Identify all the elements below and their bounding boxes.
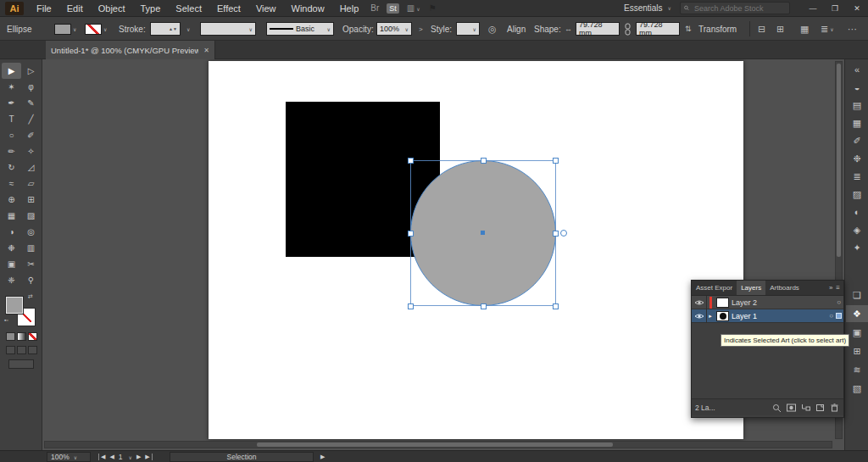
width-tool[interactable]: ≈ [2, 175, 21, 192]
delete-layer-icon[interactable] [829, 403, 840, 413]
scale-tool[interactable]: ◿ [21, 159, 41, 175]
selection-handle-n[interactable] [481, 158, 487, 164]
constrain-proportions-toggle[interactable] [624, 22, 632, 36]
symbol-sprayer-tool[interactable]: ❉ [2, 240, 21, 256]
magic-wand-tool[interactable]: ✶ [2, 79, 21, 95]
tab-layers[interactable]: Layers [737, 281, 765, 295]
previous-artboard-button[interactable]: ◀ [109, 454, 114, 460]
stock-search[interactable] [680, 2, 790, 14]
selection-handle-ne[interactable] [553, 158, 559, 164]
menu-edit[interactable]: Edit [59, 0, 91, 17]
artboard-tool[interactable]: ▣ [2, 256, 21, 272]
pencil-tool[interactable]: ✏ [2, 143, 21, 159]
brushes-icon[interactable]: ✐ [846, 132, 868, 149]
shaper-tool[interactable]: ✧ [21, 143, 41, 159]
selected-art-indicator[interactable] [836, 313, 842, 319]
gradient-tool[interactable]: ▨ [21, 208, 41, 224]
stroke-swatch[interactable] [85, 24, 102, 35]
draw-normal-button[interactable] [6, 346, 15, 354]
fill-color-control[interactable]: ∨ [54, 22, 76, 36]
direct-selection-tool[interactable]: ▷ [21, 63, 41, 79]
shape-width-field[interactable]: 79.728 mm [576, 22, 620, 36]
brush-definition-select[interactable]: Basic ∨ [266, 22, 334, 36]
target-circle-icon[interactable]: ○ [837, 298, 841, 306]
panel-list-icon[interactable]: ≣ [821, 24, 828, 35]
status-menu-arrow-icon[interactable]: ▶ [320, 452, 325, 462]
close-button[interactable]: ✕ [846, 0, 868, 17]
target-circle-icon[interactable]: ○ [829, 312, 833, 320]
draw-behind-button[interactable] [17, 346, 26, 354]
stepper-arrows-icon[interactable]: ▲▼ [169, 27, 177, 31]
selection-tool[interactable]: ▶ [2, 63, 21, 79]
restore-button[interactable]: ❐ [824, 0, 846, 17]
color-guide-icon[interactable]: ▤ [846, 97, 868, 114]
slice-tool[interactable]: ✂ [21, 256, 41, 272]
more-options-icon[interactable]: ⋯ [848, 24, 857, 35]
panel-menu-icon[interactable]: ≡ [836, 284, 840, 292]
swatches-icon[interactable]: ▦ [846, 114, 868, 131]
color-button[interactable] [6, 332, 15, 341]
ellipse-tool[interactable]: ○ [2, 127, 21, 143]
eyedropper-tool[interactable]: ◑ [2, 224, 21, 240]
recolor-artwork-icon[interactable]: ◎ [488, 24, 497, 35]
locate-object-icon[interactable] [771, 403, 782, 413]
minimize-button[interactable]: — [802, 0, 824, 17]
first-artboard-button[interactable]: ◀ [98, 454, 105, 460]
none-button[interactable] [28, 332, 37, 341]
column-graph-tool[interactable]: ▥ [21, 240, 41, 256]
make-clipping-mask-icon[interactable] [786, 403, 797, 413]
horizontal-scrollbar[interactable] [44, 441, 832, 448]
tab-asset-export[interactable]: Asset Expor [692, 281, 737, 295]
selection-handle-nw[interactable] [408, 158, 414, 164]
blend-tool[interactable]: ◎ [21, 224, 41, 240]
align-objects-icon[interactable]: ⊟ [758, 24, 765, 35]
layer-row-layer2[interactable]: Layer 2 ○ [692, 296, 843, 309]
arrange-documents-icon[interactable]: ▥∨ [403, 3, 425, 13]
selection-handle-sw[interactable] [408, 303, 414, 309]
align-panel-icon[interactable]: ≋ [846, 361, 868, 378]
status-indicator[interactable]: Selection [170, 452, 314, 462]
gpu-performance-icon[interactable]: ⚑ [425, 3, 441, 13]
transform-button[interactable]: Transform [698, 25, 737, 34]
document-tab[interactable]: Untitled-1* @ 100% (CMYK/GPU Preview) ✕ [46, 41, 215, 59]
stroke-weight-caret-icon[interactable]: ∨ [186, 26, 190, 32]
stroke-color-control[interactable]: ∨ [85, 22, 107, 36]
paintbrush-tool[interactable]: ✐ [21, 127, 41, 143]
stroke-panel-icon[interactable]: ≣ [846, 168, 868, 185]
type-tool[interactable]: T [2, 111, 21, 127]
bridge-button[interactable]: Br [366, 3, 383, 13]
swap-fill-stroke-icon[interactable]: ⇄ [28, 293, 33, 300]
last-artboard-button[interactable]: ▶ [145, 454, 152, 460]
menu-view[interactable]: View [248, 0, 284, 17]
line-segment-tool[interactable]: ╱ [21, 111, 41, 127]
opacity-panel-chevron-icon[interactable]: > [419, 25, 423, 33]
opacity-select[interactable]: 100% ∨ [376, 22, 412, 36]
vertical-scrollbar-thumb[interactable] [837, 64, 841, 257]
asset-export-icon[interactable]: ❏ [846, 287, 868, 303]
appearance-icon[interactable]: ◈ [846, 221, 868, 238]
horizontal-scrollbar-thumb[interactable] [257, 443, 613, 447]
visibility-toggle[interactable] [692, 309, 707, 323]
lasso-tool[interactable]: φ [21, 79, 41, 95]
shape-center-point[interactable] [481, 231, 485, 235]
selection-handle-w[interactable] [408, 231, 414, 237]
search-input[interactable] [693, 3, 786, 14]
color-panel-icon[interactable]: ◒ [846, 79, 868, 96]
disclosure-triangle-icon[interactable]: ▸ [707, 313, 714, 320]
menu-window[interactable]: Window [284, 0, 332, 17]
layer-name[interactable]: Layer 2 [732, 298, 837, 307]
selection-handle-s[interactable] [481, 303, 487, 309]
gradient-panel-icon[interactable]: ▨ [846, 186, 868, 203]
perspective-grid-tool[interactable]: ⊞ [21, 192, 41, 208]
curvature-tool[interactable]: ✎ [21, 95, 41, 111]
gradient-button[interactable] [17, 332, 26, 341]
fill-indicator[interactable] [6, 297, 23, 314]
menu-help[interactable]: Help [332, 0, 367, 17]
layer-name[interactable]: Layer 1 [732, 312, 829, 320]
menu-select[interactable]: Select [168, 0, 209, 17]
zoom-tool[interactable]: ⚲ [21, 272, 41, 288]
style-select[interactable]: ∨ [456, 22, 480, 36]
pen-tool[interactable]: ✒ [2, 95, 21, 111]
fill-stroke-indicator[interactable]: ⇄ ▪▫ [6, 297, 36, 327]
graphic-styles-icon[interactable]: ✦ [846, 239, 868, 256]
